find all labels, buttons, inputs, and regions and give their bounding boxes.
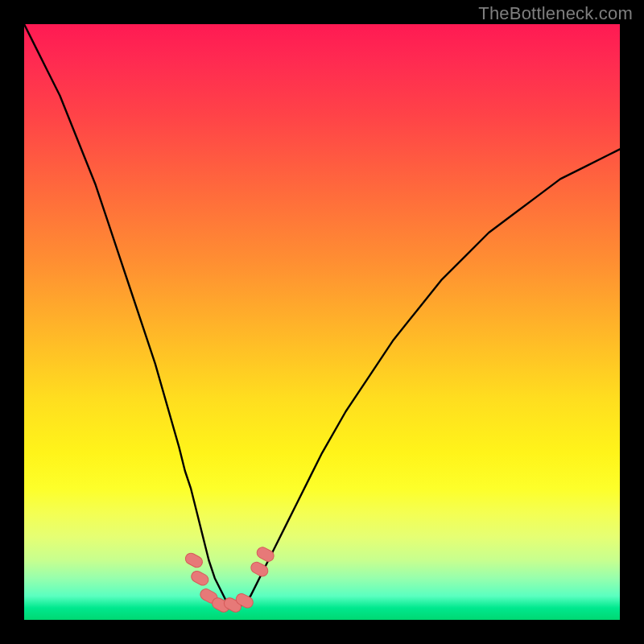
bottleneck-curve [24, 24, 620, 608]
marker [189, 569, 210, 587]
highlighted-points [184, 545, 276, 613]
svg-rect-1 [189, 569, 210, 587]
watermark-text: TheBottleneck.com [478, 3, 633, 24]
chart-svg [24, 24, 620, 620]
plot-area [24, 24, 620, 620]
marker [255, 545, 276, 563]
svg-rect-7 [255, 545, 276, 563]
svg-rect-0 [184, 551, 204, 569]
marker [184, 551, 204, 569]
chart-frame: TheBottleneck.com [0, 0, 644, 644]
